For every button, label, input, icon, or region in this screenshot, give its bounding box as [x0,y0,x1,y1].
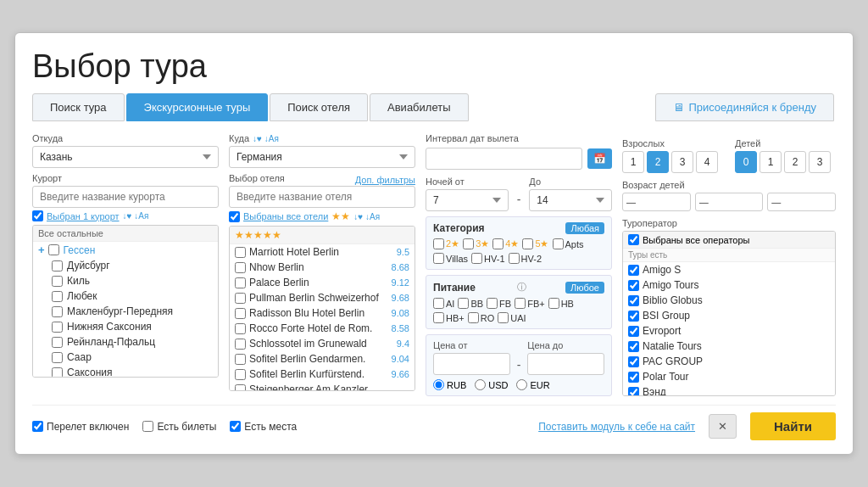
age-select-1[interactable]: — [622,193,691,211]
site-link[interactable]: Поставить модуль к себе на сайт [538,421,695,433]
operator-all-checkbox[interactable] [628,234,639,245]
food-fb[interactable]: FB [487,298,511,309]
resort-item-duisburg[interactable]: Дуйсбург [33,258,218,273]
category-badge[interactable]: Любая [565,222,604,234]
resort-check-duisburg[interactable] [52,260,63,271]
price-from-input[interactable]: 20000 [433,353,510,375]
operator-natalie[interactable]: Natalie Tours [623,339,835,354]
operator-amigot[interactable]: Amigo Tours [623,277,835,293]
food-bb-check[interactable] [458,298,469,309]
cat-5star-check[interactable] [522,238,533,249]
hotel-check-sofitel2[interactable] [235,369,246,380]
resort-item-niedersachsen[interactable]: Нижняя Саксония [33,319,218,334]
tab-brand[interactable]: 🖥 Присоединяйся к бренду [655,93,834,121]
currency-usd-radio[interactable] [475,379,486,390]
cat-2star[interactable]: 2★ [433,238,459,249]
hotel-check-marriott[interactable] [235,247,246,258]
hotel-check-rocco[interactable] [235,323,246,334]
food-uai[interactable]: UAI [498,312,526,323]
flight-check[interactable]: Перелет включен [32,421,129,433]
children-btn-3[interactable]: 3 [809,151,831,173]
cat-4star[interactable]: 4★ [492,238,519,249]
food-fbplus[interactable]: FB+ [515,298,544,309]
op-polar-check[interactable] [628,372,639,383]
op-vend-check[interactable] [628,387,639,397]
food-bb[interactable]: BB [458,298,483,309]
tickets-check[interactable]: Есть билеты [142,421,216,433]
hotel-item-radisson[interactable]: Radisson Blu Hotel Berlin 9.08 [230,305,415,321]
resort-item-kiel[interactable]: Киль [33,273,218,288]
search-button[interactable]: Найти [750,412,836,440]
cat-villas-check[interactable] [433,253,444,264]
adults-btn-4[interactable]: 4 [696,151,718,173]
age-select-3[interactable]: — [767,193,836,211]
tab-search[interactable]: Поиск тура [32,93,125,121]
hotel-item-sofitel1[interactable]: Sofitel Berlin Gendarmen. 9.04 [230,351,415,367]
hotel-item-marriott[interactable]: Marriott Hotel Berlin 9.5 [230,244,415,260]
food-badge[interactable]: Любое [565,282,604,294]
to-select[interactable]: Германия [229,146,415,168]
operator-polar[interactable]: Polar Tour [623,369,835,384]
hotel-check-radisson[interactable] [235,308,246,319]
resort-check-kiel[interactable] [52,276,63,287]
operator-vend[interactable]: Вэнд [623,384,835,396]
resort-sort-icons[interactable]: ↓♥ ↓Ая [123,211,149,221]
resort-selected-badge[interactable]: Выбран 1 курорт [47,211,120,221]
op-biblio-check[interactable] [628,295,639,306]
resort-check-rhineland[interactable] [52,337,63,348]
currency-eur-radio[interactable] [516,379,527,390]
nights-to-select[interactable]: 14 [529,189,612,211]
cat-apts[interactable]: Apts [553,238,584,249]
hotel-item-steigen1[interactable]: Steigenberger Am Kanzler. [230,382,415,391]
dates-input[interactable]: 19.07.17 - 26.07.17 [426,148,582,170]
operator-biblio[interactable]: Biblio Globus [623,293,835,308]
currency-eur[interactable]: EUR [516,379,549,390]
food-hbplus[interactable]: HB+ [433,312,465,323]
hotel-selected-badge[interactable]: Выбраны все отели [243,211,328,221]
op-natalie-check[interactable] [628,341,639,352]
resort-item-mecklenburg[interactable]: Макленбург-Передняя [33,304,218,319]
resort-check-niedersachsen[interactable] [52,322,63,333]
resort-check-hessen[interactable] [48,244,59,255]
hotel-sort-icons[interactable]: ↓♥ ↓Ая [353,212,380,221]
op-amigos-check[interactable] [628,265,639,276]
flight-checkbox[interactable] [32,421,43,432]
resort-item-rhineland[interactable]: Рейнланд-Пфальц [33,334,218,350]
tickets-checkbox[interactable] [142,421,153,432]
hotel-check-palace[interactable] [235,277,246,288]
food-ai-check[interactable] [433,298,444,309]
op-amigot-check[interactable] [628,280,639,291]
hotel-item-schloss[interactable]: Schlossotel im Grunewald 9.4 [230,336,415,351]
resort-checkbox[interactable] [32,210,43,221]
hotel-all-checkbox[interactable] [229,211,240,222]
hotel-check-schloss[interactable] [235,339,246,350]
tab-flights[interactable]: Авиабилеты [370,93,468,121]
from-select[interactable]: Казань [32,146,219,168]
cat-4star-check[interactable] [492,238,504,249]
food-fb-check[interactable] [487,298,498,309]
food-hb[interactable]: HB [548,298,574,309]
operator-evroport[interactable]: Evroport [623,323,835,339]
resort-item-hessen[interactable]: + Гессен [33,242,218,258]
hotel-item-pullman[interactable]: Pullman Berlin Schweizerhof 9.68 [230,290,415,305]
operator-amigos[interactable]: Amigo S [623,262,835,277]
cat-hv2-check[interactable] [509,253,520,264]
age-select-2[interactable]: — [695,193,764,211]
food-ro-check[interactable] [468,312,479,323]
currency-usd[interactable]: USD [475,379,508,390]
clear-button[interactable]: ✕ [709,414,737,439]
cat-hv1-check[interactable] [471,253,482,264]
hotel-item-palace[interactable]: Palace Berlin 9.12 [230,275,415,290]
resort-input[interactable] [32,186,219,208]
resort-check-saar[interactable] [52,352,63,363]
hotel-check-nhow[interactable] [235,262,246,273]
food-hbplus-check[interactable] [433,312,444,323]
adults-btn-1[interactable]: 1 [622,151,644,173]
resort-check-saxony[interactable] [52,367,63,378]
resort-item-lubek[interactable]: Любек [33,288,218,304]
cat-3star[interactable]: 3★ [463,238,489,249]
resort-add-icon[interactable]: + [38,244,45,256]
hotel-item-sofitel2[interactable]: Sofitel Berlin Kurfürstend. 9.66 [230,367,415,382]
op-evroport-check[interactable] [628,326,639,337]
nights-from-select[interactable]: 7 [426,189,509,211]
